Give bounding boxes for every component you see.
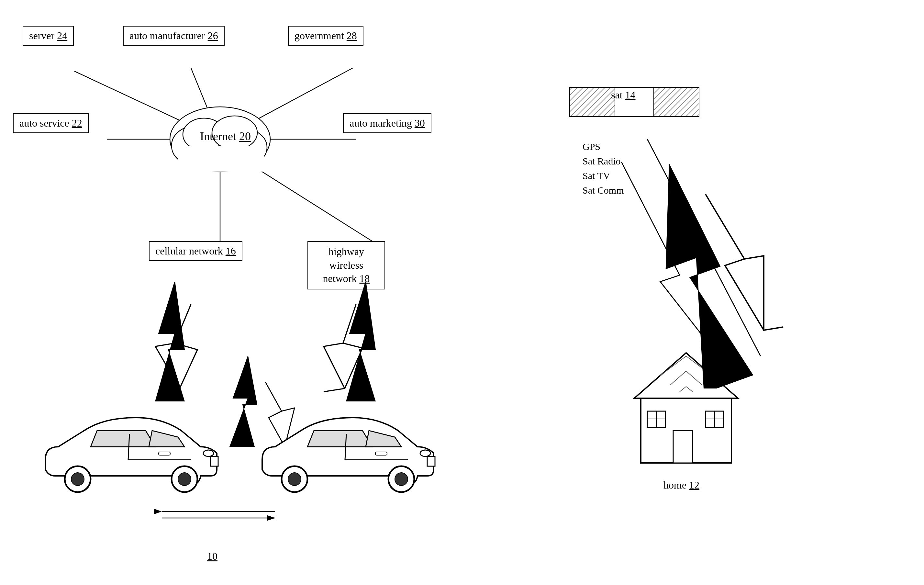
svg-marker-57 (155, 282, 185, 402)
auto-manufacturer-box: auto manufacturer 26 (123, 26, 224, 46)
svg-line-6 (236, 155, 372, 241)
svg-marker-58 (346, 282, 375, 402)
right-car (249, 395, 450, 499)
cellular-network-label: cellular network (155, 245, 223, 257)
auto-service-label: auto service (20, 117, 69, 129)
lightning-highway-car2 (330, 282, 395, 402)
auto-manufacturer-number: 26 (208, 30, 218, 41)
svg-rect-46 (210, 456, 218, 466)
server-label: server (29, 30, 54, 41)
left-car (32, 395, 233, 499)
auto-marketing-label: auto marketing (350, 117, 412, 129)
auto-service-box: auto service 22 (13, 113, 89, 133)
svg-marker-60 (631, 162, 759, 388)
government-box: government 28 (288, 26, 363, 46)
government-label: government (295, 30, 344, 41)
auto-manufacturer-label: auto manufacturer (129, 30, 205, 41)
lightning-car-to-car (217, 356, 275, 447)
sat-text: sat (611, 89, 623, 101)
sat-label-box: sat 14 (605, 86, 642, 104)
diagram-title-number: 10 (207, 550, 218, 562)
svg-line-1 (191, 68, 220, 139)
government-number: 28 (346, 30, 357, 41)
svg-point-49 (288, 473, 301, 486)
home-label: home 12 (663, 479, 700, 491)
svg-line-2 (220, 68, 353, 139)
svg-rect-25 (673, 431, 693, 463)
svg-rect-55 (427, 456, 435, 466)
svg-marker-59 (230, 356, 257, 447)
svg-point-42 (178, 473, 191, 486)
svg-rect-54 (375, 452, 387, 455)
cellular-network-number: 16 (226, 245, 236, 257)
cellular-network-box: cellular network 16 (149, 241, 243, 261)
svg-rect-14 (654, 88, 699, 117)
home-number: 12 (689, 479, 700, 491)
diagram-number: 10 (207, 550, 218, 562)
auto-service-number: 22 (72, 117, 82, 129)
svg-point-56 (420, 450, 431, 456)
auto-marketing-number: 30 (414, 117, 425, 129)
sat-services-label: GPSSat RadioSat TVSat Comm (582, 139, 624, 197)
internet-number: 20 (239, 130, 251, 143)
svg-point-51 (395, 473, 408, 486)
svg-line-0 (74, 71, 220, 139)
server-number: 24 (57, 30, 67, 41)
svg-rect-22 (178, 146, 264, 172)
home-text: home (663, 479, 686, 491)
svg-point-40 (71, 473, 84, 486)
server-box: server 24 (23, 26, 74, 46)
svg-point-47 (203, 450, 214, 456)
internet-label: Internet 20 (200, 129, 251, 143)
sat-number: 14 (625, 89, 636, 101)
lightning-sat-home (631, 162, 793, 388)
auto-marketing-box: auto marketing 30 (343, 113, 431, 133)
internet-text: Internet (200, 130, 236, 143)
lightning-cellular-car1 (139, 282, 204, 402)
svg-rect-45 (158, 452, 170, 455)
